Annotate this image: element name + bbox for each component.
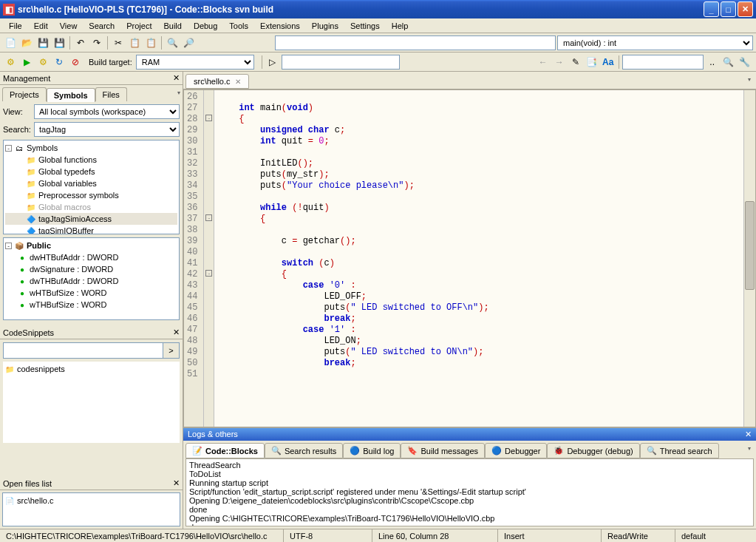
log-tab-build-messages[interactable]: 🔖Build messages xyxy=(401,443,485,458)
tree-item[interactable]: ●wTHBufSize : WORD xyxy=(5,299,177,311)
minimize-button[interactable]: _ xyxy=(704,1,719,17)
snippets-close-icon[interactable]: ✕ xyxy=(173,328,180,337)
tree-root-public[interactable]: -📦Public xyxy=(5,240,177,251)
tree-item[interactable]: ●dwHTBufAddr : DWORD xyxy=(5,251,177,263)
symbol-dropdown[interactable]: main(void) : int xyxy=(557,35,753,50)
tab-projects[interactable]: Projects xyxy=(2,87,47,101)
search-input-2[interactable] xyxy=(622,55,704,70)
save-icon[interactable]: 💾 xyxy=(35,35,50,50)
log-tab-overflow-icon[interactable]: ▾ xyxy=(719,443,754,458)
status-path: C:\HIGHTEC\TRICORE\examples\TriBoard-TC1… xyxy=(0,529,283,542)
find-person-icon[interactable]: 🔍 xyxy=(721,55,736,70)
logs-panel: Logs & others ✕ 📝Code::Blocks🔍Search res… xyxy=(183,427,756,529)
snippets-tree[interactable]: 📁codesnippets xyxy=(3,362,180,443)
menu-tools[interactable]: Tools xyxy=(223,20,254,32)
menu-extensions[interactable]: Extensions xyxy=(254,20,306,32)
symbols-tree[interactable]: -🗂Symbols📁Global functions📁Global typede… xyxy=(3,140,180,234)
match-case-icon[interactable]: Aa xyxy=(601,55,616,70)
save-all-icon[interactable]: 💾 xyxy=(52,35,67,50)
highlight-icon[interactable]: ✎ xyxy=(568,55,583,70)
build-target-dropdown[interactable]: RAM xyxy=(136,55,254,70)
cut-icon[interactable]: ✂ xyxy=(111,35,126,50)
menu-edit[interactable]: Edit xyxy=(28,20,54,32)
public-tree[interactable]: -📦Public●dwHTBufAddr : DWORD●dwSignature… xyxy=(3,237,180,320)
log-tab-thread-search[interactable]: 🔍Thread search xyxy=(640,443,719,458)
openfiles-close-icon[interactable]: ✕ xyxy=(173,478,180,488)
select-icon[interactable]: 📑 xyxy=(585,55,599,70)
find-icon[interactable]: 🔍 xyxy=(165,35,180,50)
status-encoding: UTF-8 xyxy=(283,529,372,542)
view-dropdown[interactable]: All local symbols (workspace) xyxy=(34,104,180,119)
tree-item[interactable]: ●wHTBufSize : WORD xyxy=(5,287,177,299)
tab-files[interactable]: Files xyxy=(95,87,127,101)
menu-file[interactable]: File xyxy=(3,20,28,32)
status-mode: Insert xyxy=(497,529,601,542)
status-profile: default xyxy=(675,529,756,542)
editor-scrollbar[interactable] xyxy=(743,90,755,427)
close-button[interactable]: ✕ xyxy=(738,1,753,17)
run-icon[interactable]: ▶ xyxy=(19,55,34,70)
menu-search[interactable]: Search xyxy=(83,20,120,32)
maximize-button[interactable]: □ xyxy=(721,1,736,17)
snippets-header: CodeSnippets ✕ xyxy=(0,326,183,339)
log-tab-build-log[interactable]: 🔵Build log xyxy=(343,443,401,458)
search-go-icon[interactable]: .. xyxy=(705,55,720,70)
undo-icon[interactable]: ↶ xyxy=(73,35,88,50)
menu-view[interactable]: View xyxy=(54,20,84,32)
copy-icon[interactable]: 📋 xyxy=(127,35,142,50)
tree-item[interactable]: 📁Preprocessor symbols xyxy=(5,189,177,201)
editor-tab-hello-c[interactable]: src\hello.c ✕ xyxy=(185,74,249,89)
replace-icon[interactable]: 🔎 xyxy=(181,35,196,50)
snippet-search-input[interactable] xyxy=(4,343,163,358)
tree-item[interactable]: 📁Global variables xyxy=(5,177,177,189)
snippet-go-button[interactable]: > xyxy=(163,343,179,358)
statusbar: C:\HIGHTEC\TRICORE\examples\TriBoard-TC1… xyxy=(0,529,756,542)
menu-debug[interactable]: Debug xyxy=(188,20,223,32)
log-tab-code-blocks[interactable]: 📝Code::Blocks xyxy=(185,443,265,458)
management-header: Management ✕ xyxy=(0,72,183,85)
tree-item[interactable]: ●dwSignature : DWORD xyxy=(5,263,177,275)
log-tab-search-results[interactable]: 🔍Search results xyxy=(265,443,343,458)
build-icon[interactable]: ⚙ xyxy=(3,55,18,70)
logs-close-icon[interactable]: ✕ xyxy=(745,430,752,439)
menu-plugins[interactable]: Plugins xyxy=(306,20,344,32)
debug-input[interactable] xyxy=(282,55,400,70)
logs-title: Logs & others xyxy=(188,430,238,439)
redo-icon[interactable]: ↷ xyxy=(89,35,104,50)
menu-build[interactable]: Build xyxy=(157,20,187,32)
tree-item[interactable]: 📁Global macros xyxy=(5,201,177,213)
rebuild-icon[interactable]: ↻ xyxy=(52,55,67,70)
debug-continue-icon[interactable]: ▷ xyxy=(265,55,280,70)
menu-help[interactable]: Help xyxy=(386,20,415,32)
editor-tab-overflow-icon[interactable]: ▾ xyxy=(748,76,751,83)
tree-item[interactable]: 🔷tagJtagSimioAccess xyxy=(5,213,177,225)
paste-icon[interactable]: 📋 xyxy=(143,35,158,50)
jump-input[interactable] xyxy=(275,35,556,50)
build-run-icon[interactable]: ⚙ xyxy=(35,55,50,70)
panel-close-icon[interactable]: ✕ xyxy=(173,73,180,83)
openfiles-list[interactable]: 📄src\hello.c xyxy=(2,492,180,526)
tree-item[interactable]: 📁Global functions xyxy=(5,154,177,166)
openfiles-header: Open files list ✕ xyxy=(0,477,183,490)
menu-project[interactable]: Project xyxy=(120,20,157,32)
search-dropdown[interactable]: tagJtag xyxy=(34,122,180,137)
tree-item[interactable]: 🔷tagSimIOBuffer xyxy=(5,225,177,234)
tab-symbols[interactable]: Symbols xyxy=(47,88,95,102)
options-icon[interactable]: 🔧 xyxy=(738,55,752,70)
new-file-icon[interactable]: 📄 xyxy=(3,35,18,50)
status-position: Line 60, Column 28 xyxy=(372,529,497,542)
nav-back-icon[interactable]: ← xyxy=(536,55,551,70)
tree-item[interactable]: 📁Global typedefs xyxy=(5,166,177,177)
tab-overflow-icon[interactable]: ▾ xyxy=(177,89,180,96)
tree-item[interactable]: ●dwTHBufAddr : DWORD xyxy=(5,275,177,287)
tab-close-icon[interactable]: ✕ xyxy=(235,78,241,86)
abort-icon[interactable]: ⊘ xyxy=(68,55,83,70)
log-tab-debugger-debug-[interactable]: 🐞Debugger (debug) xyxy=(547,443,639,458)
open-icon[interactable]: 📂 xyxy=(19,35,34,50)
nav-forward-icon[interactable]: → xyxy=(552,55,567,70)
tree-root-symbols[interactable]: -🗂Symbols xyxy=(5,142,177,154)
menu-settings[interactable]: Settings xyxy=(344,20,386,32)
code-editor[interactable]: 2627282930313233343536373839404142434445… xyxy=(183,89,756,427)
log-tab-debugger[interactable]: 🔵Debugger xyxy=(485,443,547,458)
log-output[interactable]: ThreadSearchToDoListRunning startup scri… xyxy=(185,458,754,526)
